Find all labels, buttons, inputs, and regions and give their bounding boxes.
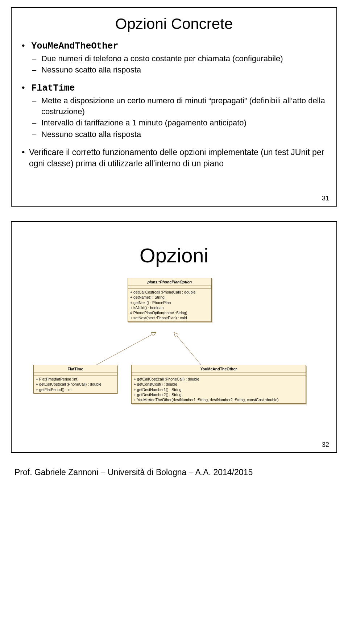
sub-item: Nessuno scatto alla risposta (41, 65, 326, 75)
uml-methods: + FlatTime(flatPeriod :int) + getCallCos… (34, 375, 117, 393)
code-label: YouMeAndTheOther (31, 41, 118, 51)
uml-class-name: plans::PhonePlanOption (128, 278, 211, 286)
slide-title: Opzioni Concrete (22, 15, 326, 33)
uml-method: + isValid() : boolean (130, 305, 209, 310)
uml-method: + getFlatPeriod() : int (36, 387, 115, 392)
uml-method: # PhonePlanOption(name :String) (130, 310, 209, 315)
bullet-youme: YouMeAndTheOther Due numeri di telefono … (29, 40, 326, 75)
uml-method: + getName() : String (130, 295, 209, 300)
sub-list: Mette a disposizione un certo numero di … (29, 95, 326, 140)
uml-method: + FlatTime(flatPeriod :int) (36, 377, 115, 382)
uml-empty-section (128, 286, 211, 288)
page-number: 32 (322, 441, 329, 449)
uml-empty-section (34, 373, 117, 375)
uml-method: + getNext() : PhonePlan (130, 300, 209, 305)
uml-methods: + getCallCost(call :PhoneCall) : double … (128, 288, 211, 321)
uml-method: + getDestNumber1() : String (134, 387, 303, 392)
slide-title: Opzioni (22, 244, 326, 267)
slide-1: Opzioni Concrete YouMeAndTheOther Due nu… (11, 7, 337, 207)
footer-text: Prof. Gabriele Zannoni – Università di B… (14, 468, 348, 477)
sub-item: Nessuno scatto alla risposta (41, 129, 326, 140)
uml-class-youmeandtheother: YouMeAndTheOther + getCallCost(call :Pho… (131, 365, 306, 404)
sub-item: Intervallo di tariffazione a 1 minuto (p… (41, 117, 326, 128)
uml-empty-section (132, 373, 306, 375)
uml-method: + getDestNumber2() : String (134, 392, 303, 397)
bullet-verify: Verificare il corretto funzionamento del… (29, 146, 326, 169)
uml-methods: + getCallCost(call :PhoneCall) : double … (132, 375, 306, 403)
uml-method: + setNext(next :PhonePlan) : void (130, 315, 209, 320)
uml-method: + getConstCost() : double (134, 382, 303, 387)
uml-diagram: plans::PhonePlanOption + getCallCost(cal… (22, 278, 326, 412)
bullet-flattime: FlatTime Mette a disposizione un certo n… (29, 82, 326, 140)
page-number: 31 (322, 195, 329, 202)
uml-method: + getCallCost(call :PhoneCall) : double (134, 377, 303, 382)
uml-class-flattime: FlatTime + FlatTime(flatPeriod :int) + g… (33, 365, 117, 394)
code-label: FlatTime (31, 83, 75, 94)
uml-method: + YouMeAndTheOther(destNumber1 :String, … (134, 397, 303, 402)
uml-class-phoneplanoption: plans::PhonePlanOption + getCallCost(cal… (128, 278, 212, 322)
uml-class-name: YouMeAndTheOther (132, 365, 306, 373)
sub-list: Due numeri di telefono a costo costante … (29, 53, 326, 75)
sub-item: Due numeri di telefono a costo costante … (41, 53, 326, 64)
slide-2: Opzioni plans::PhonePlanOption + getCall… (11, 221, 337, 453)
sub-item: Mette a disposizione un certo numero di … (41, 95, 326, 117)
uml-class-name: FlatTime (34, 365, 117, 373)
uml-method: + getCallCost(call :PhoneCall) : double (36, 382, 115, 387)
uml-method: + getCallCost(call :PhoneCall) : double (130, 290, 209, 295)
bullet-list: YouMeAndTheOther Due numeri di telefono … (22, 40, 326, 169)
